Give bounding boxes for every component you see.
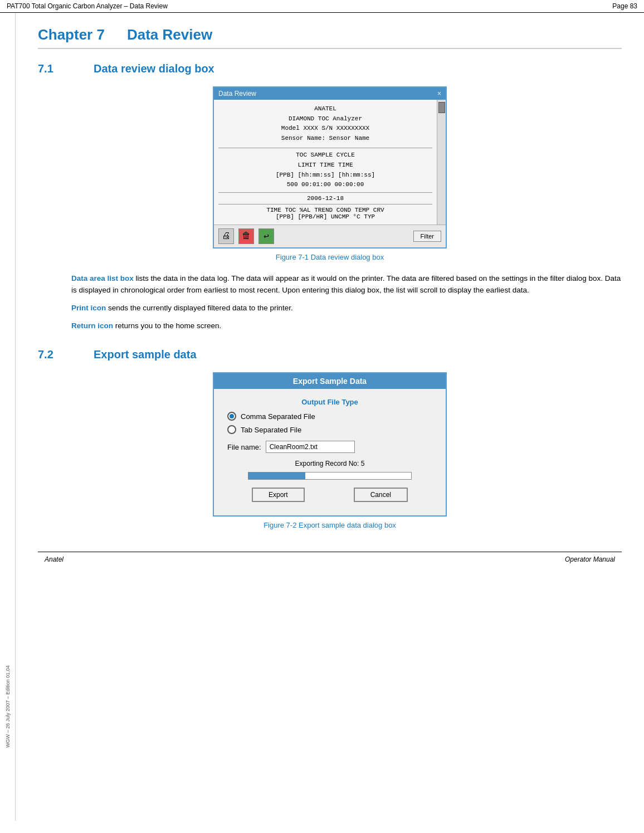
filename-input[interactable]	[266, 441, 355, 453]
chapter-title: Data Review	[127, 26, 212, 43]
top-bar: PAT700 Total Organic Carbon Analyzer – D…	[0, 0, 644, 13]
exporting-label: Exporting Record No:	[295, 460, 359, 467]
footer-right: Operator Manual	[565, 556, 615, 563]
section-71-heading: 7.1 Data review dialog box	[38, 62, 622, 75]
dialog-footer: 🖨 🗑 ↩ Filter	[214, 225, 446, 247]
return-icon[interactable]: ↩	[258, 228, 274, 244]
anatel-line2: DIAMOND TOC Analyzer	[218, 114, 432, 124]
export-buttons: Export Cancel	[227, 488, 432, 506]
desc-2-text: sends the currently displayed filtered d…	[106, 304, 292, 312]
date-separator: 2006-12-18	[218, 195, 432, 202]
desc-1: Data area list box lists the data in the…	[71, 272, 622, 296]
chapter-number: Chapter 7	[38, 26, 105, 43]
radio-row-1[interactable]: Comma Separated File	[227, 412, 432, 421]
table-header-line1: TOC SAMPLE CYCLE	[218, 150, 432, 160]
delete-icon[interactable]: 🗑	[238, 228, 254, 244]
radio-row-2[interactable]: Tab Separated File	[227, 425, 432, 434]
desc-1-text: lists the data in the data log. The data…	[71, 274, 621, 295]
radio-comma[interactable]	[227, 412, 236, 421]
cancel-button[interactable]: Cancel	[354, 488, 408, 502]
section-72-title: Export sample data	[94, 348, 197, 361]
desc-3-text: returns you to the home screen.	[113, 321, 221, 330]
table-header-line3: [PPB] [hh:mm:ss] [hh:mm:ss]	[218, 171, 432, 181]
anatel-line3: Model XXXX S/N XXXXXXXXX	[218, 124, 432, 134]
progress-bar-fill	[248, 472, 305, 479]
data-review-dialog: Data Review × ANATEL DIAMOND TOC Analyze…	[213, 86, 447, 249]
dialog-review-body: ANATEL DIAMOND TOC Analyzer Model XXXX S…	[214, 100, 446, 225]
dialog-review-titlebar: Data Review ×	[214, 87, 446, 100]
print-icon[interactable]: 🖨	[218, 228, 234, 244]
scrollbar-thumb[interactable]	[438, 102, 445, 113]
figure-2-caption: Figure 7-2 Export sample data dialog box	[38, 521, 622, 529]
radio-tab-label: Tab Separated File	[241, 426, 301, 434]
section-71-title: Data review dialog box	[94, 62, 214, 75]
desc-2: Print icon sends the currently displayed…	[71, 302, 622, 314]
dialog-review-title: Data Review	[218, 90, 256, 98]
filter-button[interactable]: Filter	[413, 231, 441, 242]
filename-label: File name:	[227, 443, 261, 451]
top-bar-right: Page 83	[612, 2, 637, 10]
sidebar-watermark: WGW – 26 July 2007 – Edition 01.04	[0, 13, 16, 821]
column-headers-2: [PPB] [PPB/HR] UNCMP °C TYP	[218, 213, 432, 220]
close-icon[interactable]: ×	[437, 90, 441, 98]
divider-3	[218, 204, 432, 204]
divider-2	[218, 192, 432, 193]
section-72-number: 7.2	[38, 348, 71, 361]
export-body: Output File Type Comma Separated File Ta…	[214, 389, 446, 515]
anatel-line1: ANATEL	[218, 104, 432, 114]
figure-2-area: Export Sample Data Output File Type Comm…	[38, 372, 622, 529]
progress-bar-container	[248, 472, 412, 480]
desc-3: Return icon returns you to the home scre…	[71, 320, 622, 332]
page-footer: Anatel Operator Manual	[38, 552, 622, 567]
term-data-area: Data area list box	[71, 274, 134, 282]
watermark-text: WGW – 26 July 2007 – Edition 01.04	[5, 665, 11, 748]
figure-1-caption: Figure 7-1 Data review dialog box	[38, 253, 622, 261]
top-bar-left: PAT700 Total Organic Carbon Analyzer – D…	[7, 2, 168, 10]
export-title: Export Sample Data	[293, 377, 367, 386]
term-print-icon: Print icon	[71, 304, 106, 312]
main-content: Chapter 7 Data Review 7.1 Data review di…	[16, 13, 644, 821]
exporting-value: 5	[361, 460, 365, 467]
anatel-line4: Sensor Name: Sensor Name	[218, 134, 432, 144]
export-dialog: Export Sample Data Output File Type Comm…	[213, 372, 447, 517]
dialog-review-main: ANATEL DIAMOND TOC Analyzer Model XXXX S…	[214, 100, 437, 225]
table-col-header: TOC SAMPLE CYCLE LIMIT TIME TIME [PPB] […	[218, 150, 432, 189]
export-button[interactable]: Export	[252, 488, 305, 502]
footer-left: Anatel	[45, 556, 64, 563]
table-header-line2: LIMIT TIME TIME	[218, 160, 432, 171]
chapter-heading: Chapter 7 Data Review	[38, 26, 622, 49]
filename-row: File name:	[227, 441, 432, 453]
anatel-header: ANATEL DIAMOND TOC Analyzer Model XXXX S…	[218, 104, 432, 143]
figure-1-area: Data Review × ANATEL DIAMOND TOC Analyze…	[38, 86, 622, 261]
output-file-type-label: Output File Type	[227, 398, 432, 406]
dialog-scrollbar[interactable]	[437, 100, 446, 225]
table-row1: 500 00:01:00 00:00:00	[218, 180, 432, 190]
section-72-heading: 7.2 Export sample data	[38, 348, 622, 361]
term-return-icon: Return icon	[71, 321, 113, 330]
radio-tab[interactable]	[227, 425, 236, 434]
radio-comma-label: Comma Separated File	[241, 412, 315, 421]
export-record-row: Exporting Record No: 5	[227, 460, 432, 467]
section-71-number: 7.1	[38, 62, 71, 75]
export-titlebar: Export Sample Data	[214, 373, 446, 389]
divider-1	[218, 148, 432, 148]
column-headers-1: TIME TOC %AL TREND COND TEMP CRV	[218, 207, 432, 213]
